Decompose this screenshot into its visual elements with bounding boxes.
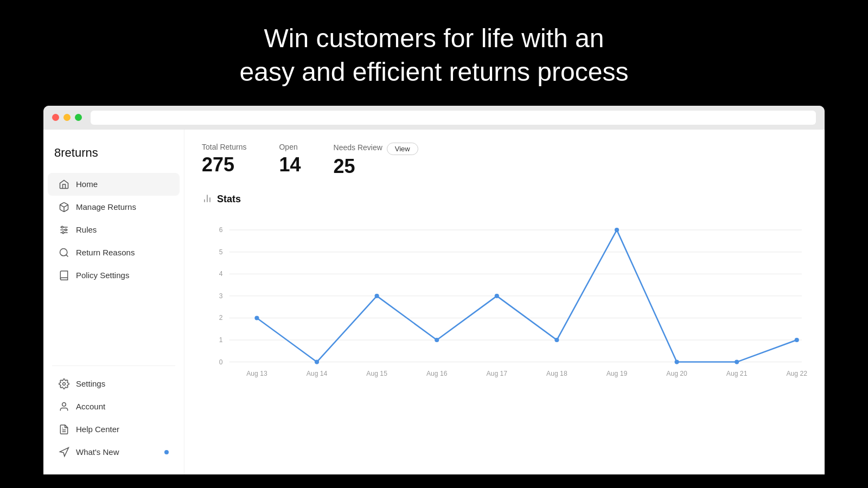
svg-text:4: 4 bbox=[219, 270, 223, 278]
sidebar-divider bbox=[52, 365, 175, 366]
needs-review-label: Needs Review bbox=[334, 143, 382, 152]
address-bar[interactable] bbox=[91, 111, 816, 125]
sidebar-item-manage-returns-label: Manage Returns bbox=[76, 202, 136, 211]
sidebar-item-return-reasons[interactable]: Return Reasons bbox=[48, 241, 180, 264]
sidebar-item-account[interactable]: Account bbox=[48, 395, 180, 418]
sidebar-item-policy-settings-label: Policy Settings bbox=[76, 271, 129, 280]
chart-point bbox=[495, 294, 499, 298]
sidebar-item-home-label: Home bbox=[76, 179, 98, 189]
open-value: 14 bbox=[279, 153, 301, 176]
sidebar-item-home[interactable]: Home bbox=[48, 173, 180, 196]
needs-review-value: 25 bbox=[334, 155, 418, 178]
chart-point bbox=[435, 338, 439, 342]
stats-section-header: Stats bbox=[202, 193, 807, 206]
browser-window: 8returns Home bbox=[43, 106, 825, 474]
person-icon bbox=[59, 401, 69, 412]
svg-text:Aug 13: Aug 13 bbox=[246, 370, 267, 377]
stat-needs-review: Needs Review View 25 bbox=[334, 143, 418, 178]
chart-container: 6 5 4 3 2 1 0 bbox=[202, 215, 807, 388]
chart-point bbox=[795, 338, 799, 342]
svg-text:Aug 21: Aug 21 bbox=[726, 370, 748, 377]
app-logo: 8returns bbox=[43, 140, 184, 173]
document-icon bbox=[59, 424, 69, 435]
hero-section: Win customers for life with an easy and … bbox=[0, 0, 868, 106]
svg-text:3: 3 bbox=[219, 292, 223, 300]
svg-point-6 bbox=[62, 232, 64, 233]
open-label: Open bbox=[279, 143, 301, 151]
book-icon bbox=[59, 270, 69, 281]
main-content: Total Returns 275 Open 14 Needs Review V… bbox=[184, 130, 825, 474]
gear-icon bbox=[59, 378, 69, 389]
app-body: 8returns Home bbox=[43, 130, 825, 474]
box-icon bbox=[59, 202, 69, 213]
chart-point bbox=[254, 316, 259, 320]
svg-text:Aug 14: Aug 14 bbox=[307, 370, 328, 377]
total-returns-label: Total Returns bbox=[202, 143, 246, 151]
svg-point-7 bbox=[60, 248, 67, 255]
hero-line1: Win customers for life with an bbox=[264, 24, 604, 53]
total-returns-value: 275 bbox=[202, 153, 246, 176]
sidebar-item-whats-new-label: What's New bbox=[76, 447, 119, 457]
circle-search-icon bbox=[59, 247, 69, 258]
stat-total-returns: Total Returns 275 bbox=[202, 143, 246, 176]
svg-point-5 bbox=[65, 229, 67, 230]
svg-text:5: 5 bbox=[219, 248, 223, 256]
chart-point bbox=[674, 359, 679, 364]
svg-text:Aug 16: Aug 16 bbox=[426, 370, 448, 377]
svg-text:2: 2 bbox=[219, 314, 223, 322]
whats-new-badge bbox=[164, 450, 169, 454]
sliders-icon bbox=[59, 224, 69, 235]
sidebar-item-help-center[interactable]: Help Center bbox=[48, 418, 180, 441]
sidebar: 8returns Home bbox=[43, 130, 184, 474]
maximize-button[interactable] bbox=[75, 114, 82, 121]
chart-point bbox=[554, 338, 559, 342]
megaphone-icon bbox=[59, 447, 69, 458]
svg-text:Aug 19: Aug 19 bbox=[607, 370, 628, 377]
chart-point bbox=[375, 294, 379, 298]
stat-open: Open 14 bbox=[279, 143, 301, 176]
svg-text:Aug 15: Aug 15 bbox=[366, 370, 387, 377]
close-button[interactable] bbox=[52, 114, 59, 121]
sidebar-item-settings-label: Settings bbox=[76, 379, 105, 388]
sidebar-item-return-reasons-label: Return Reasons bbox=[76, 248, 135, 257]
sidebar-item-manage-returns[interactable]: Manage Returns bbox=[48, 196, 180, 219]
svg-text:1: 1 bbox=[219, 336, 223, 344]
chart-point bbox=[615, 228, 619, 232]
home-icon bbox=[59, 179, 69, 190]
sidebar-item-account-label: Account bbox=[76, 402, 105, 411]
svg-point-4 bbox=[61, 226, 63, 228]
sidebar-item-rules-label: Rules bbox=[76, 225, 97, 234]
minimize-button[interactable] bbox=[63, 114, 71, 121]
chart-point bbox=[735, 359, 739, 364]
svg-line-8 bbox=[66, 255, 68, 257]
svg-text:6: 6 bbox=[219, 226, 223, 234]
svg-text:Aug 22: Aug 22 bbox=[786, 370, 807, 377]
svg-point-9 bbox=[63, 382, 66, 385]
nav-section: Home Manage Returns bbox=[43, 173, 184, 359]
sidebar-item-policy-settings[interactable]: Policy Settings bbox=[48, 264, 180, 287]
view-button[interactable]: View bbox=[387, 143, 418, 155]
line-chart: 6 5 4 3 2 1 0 bbox=[202, 215, 807, 388]
svg-text:Aug 17: Aug 17 bbox=[487, 370, 508, 377]
svg-text:Aug 20: Aug 20 bbox=[666, 370, 687, 377]
sidebar-item-rules[interactable]: Rules bbox=[48, 219, 180, 241]
nav-bottom: Settings Account bbox=[43, 373, 184, 464]
hero-line2: easy and efficient returns process bbox=[240, 57, 629, 86]
browser-chrome bbox=[43, 106, 825, 130]
chart-icon bbox=[202, 193, 213, 206]
svg-point-10 bbox=[62, 402, 66, 406]
sidebar-item-help-center-label: Help Center bbox=[76, 425, 119, 434]
svg-text:Aug 18: Aug 18 bbox=[546, 370, 567, 377]
sidebar-item-whats-new[interactable]: What's New bbox=[48, 441, 180, 464]
sidebar-item-settings[interactable]: Settings bbox=[48, 373, 180, 395]
svg-text:0: 0 bbox=[219, 358, 223, 365]
stats-title: Stats bbox=[217, 194, 241, 205]
stats-row: Total Returns 275 Open 14 Needs Review V… bbox=[202, 143, 807, 178]
chart-point bbox=[315, 359, 319, 364]
